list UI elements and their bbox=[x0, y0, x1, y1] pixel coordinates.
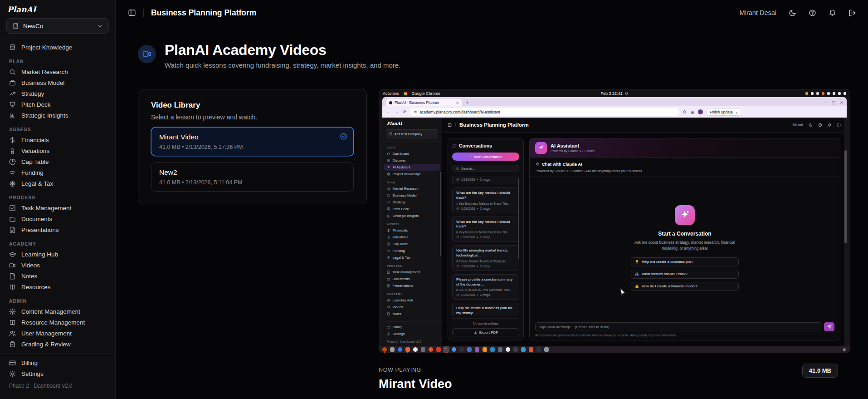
dock-icon-glyph bbox=[506, 347, 510, 352]
video-list-item-new2[interactable]: New241.0 MB • 2/13/2026, 5:11:04 PM bbox=[151, 163, 354, 192]
sidebar-item-content-management[interactable]: Content Management bbox=[0, 306, 115, 317]
sidebar-item-user-management[interactable]: User Management bbox=[0, 328, 115, 339]
dock-icon-glyph bbox=[529, 347, 533, 352]
trend-icon bbox=[9, 90, 16, 97]
tray-icon bbox=[833, 92, 835, 95]
new-tab-icon: + bbox=[466, 100, 468, 106]
conversation-item: 1/28/2026•2 msgs bbox=[452, 176, 519, 184]
dot-separator: • bbox=[477, 265, 478, 268]
header-divider bbox=[143, 9, 144, 17]
robot-icon bbox=[536, 162, 540, 166]
running-indicator bbox=[531, 352, 532, 353]
dock-app-icon bbox=[436, 347, 441, 352]
dock-app-icon bbox=[498, 347, 502, 352]
sidebar-item-label: Documents bbox=[21, 216, 52, 222]
conversation-date: 1/26/2026 bbox=[461, 293, 475, 296]
sidebar-item-label: Settings bbox=[393, 332, 405, 336]
sidebar-item-business-model[interactable]: Business Model bbox=[0, 77, 115, 88]
conversation-title: What are the key metrics I should track? bbox=[456, 220, 515, 230]
sidebar-item-label: AI Assistant bbox=[393, 165, 410, 169]
sidebar-item-learning-hub[interactable]: Learning Hub bbox=[0, 249, 115, 260]
embedded-app: PlanAI API Test Company COREDashboardDis… bbox=[382, 118, 847, 346]
compass-icon bbox=[387, 159, 390, 163]
embedded-sidebar-item-strategic-insights: Strategic Insights bbox=[382, 212, 442, 219]
url-text: academy.planaipro.com/dashboard/ai-assis… bbox=[419, 110, 500, 114]
app-root: PlanAI NewCo Project KnowledgePLANMarket… bbox=[0, 0, 868, 399]
ai-assistant-panel: AI Assistant Powered by Claude 3.7 Sonne… bbox=[529, 138, 840, 340]
sidebar-item-cap-table[interactable]: Cap Table bbox=[0, 156, 115, 167]
embedded-nav-section-label: PLAN bbox=[387, 181, 442, 184]
company-selector[interactable]: NewCo bbox=[6, 18, 109, 34]
sidebar-item-label: Presentations bbox=[21, 227, 59, 233]
activities-label: Activities bbox=[383, 91, 399, 96]
suggestion-how-do-i-create-a-financial-model: How do I create a financial model? bbox=[631, 282, 739, 291]
sidebar-item-resource-management[interactable]: Resource Management bbox=[0, 317, 115, 328]
chevron-down-icon bbox=[432, 133, 435, 135]
sidebar-item-task-management[interactable]: Task Management bbox=[0, 202, 115, 213]
conversation-meta: 1/28/2026•2 msgs bbox=[456, 178, 515, 181]
embedded-sidebar-item-market-research: Market Research bbox=[382, 185, 442, 192]
sidebar-item-funding[interactable]: Funding bbox=[0, 167, 115, 178]
dock-icon-glyph bbox=[513, 347, 518, 352]
dock-app-icon bbox=[483, 347, 487, 352]
insights-icon bbox=[9, 112, 16, 119]
gradcap-icon bbox=[9, 251, 16, 258]
close-icon: ✕ bbox=[840, 100, 843, 105]
dock-icon-glyph bbox=[498, 347, 502, 352]
embedded-sidebar-item-funding: Funding bbox=[382, 247, 442, 254]
sidebar-toggle-icon[interactable] bbox=[128, 9, 136, 17]
dock-icon-glyph bbox=[475, 347, 479, 352]
sidebar-item-label: Presentations bbox=[393, 284, 414, 288]
sidebar-item-resources[interactable]: Resources bbox=[0, 281, 115, 292]
sidebar-item-label: Financials bbox=[393, 228, 408, 232]
clock-icon bbox=[456, 178, 459, 181]
sidebar-item-presentations[interactable]: Presentations bbox=[0, 224, 115, 235]
sidebar-item-legal-tax[interactable]: Legal & Tax bbox=[0, 178, 115, 189]
now-playing-section: NOW PLAYING Mirant Video 41.0 MB bbox=[379, 367, 850, 391]
video-player[interactable]: Activities Google Chrome Feb 3 22:41 bbox=[379, 89, 850, 353]
sidebar-item-financials[interactable]: Financials bbox=[0, 134, 115, 145]
award-icon bbox=[387, 236, 390, 239]
help-icon[interactable] bbox=[809, 9, 816, 17]
bell-icon[interactable] bbox=[829, 9, 836, 17]
sidebar-item-pitch-deck[interactable]: Pitch Deck bbox=[0, 99, 115, 110]
conversation-item: Please provide a concise summary of the … bbox=[452, 274, 519, 300]
sidebar-item-market-research[interactable]: Market Research bbox=[0, 66, 115, 77]
sidebar-item-videos[interactable]: Videos bbox=[0, 260, 115, 271]
sidebar-item-strategic-insights[interactable]: Strategic Insights bbox=[0, 110, 115, 121]
video-list-item-mirant-video[interactable]: Mirant Video41.0 MB • 2/13/2026, 5:17:36… bbox=[151, 127, 354, 156]
embedded-sidebar-item-cap-table: Cap Table bbox=[382, 241, 442, 247]
dock-icon-glyph bbox=[521, 347, 526, 352]
sidebar-item-label: Task Management bbox=[393, 270, 420, 274]
moon-icon[interactable] bbox=[789, 9, 796, 17]
building-icon bbox=[389, 132, 393, 136]
sidebar-item-valuations[interactable]: Valuations bbox=[0, 145, 115, 156]
now-playing-title: Mirant Video bbox=[379, 377, 850, 391]
sidebar-item-settings[interactable]: Settings bbox=[0, 368, 115, 379]
sidebar-item-label: Grading & Review bbox=[21, 341, 71, 348]
doc-icon bbox=[387, 284, 390, 288]
note-icon bbox=[9, 273, 16, 280]
sidebar-item-billing[interactable]: Billing bbox=[0, 357, 115, 368]
user-name[interactable]: Mirant Desai bbox=[740, 9, 776, 16]
ai-assistant-title: AI Assistant bbox=[551, 143, 595, 148]
sidebar-item-strategy[interactable]: Strategy bbox=[0, 88, 115, 99]
embedded-sidebar-item-task-management: Task Management bbox=[382, 269, 442, 276]
conversation-title: Please provide a concise summary of the … bbox=[456, 277, 515, 287]
sidebar-item-grading-review[interactable]: Grading & Review bbox=[0, 339, 115, 350]
book-icon bbox=[9, 319, 16, 326]
logout-icon[interactable] bbox=[848, 9, 856, 17]
sidebar-item-label: Videos bbox=[21, 262, 40, 269]
minimize-icon: — bbox=[823, 100, 827, 105]
conversation-title: Identify emerging market trends, technol… bbox=[456, 248, 515, 258]
sidebar-item-project-knowledge[interactable]: Project Knowledge bbox=[0, 42, 115, 53]
sidebar-item-notes[interactable]: Notes bbox=[0, 271, 115, 281]
tab-favicon bbox=[389, 101, 392, 104]
briefcase-icon bbox=[387, 194, 390, 197]
conversation-meta: 1/28/2026•2 msgs bbox=[456, 236, 515, 239]
sidebar-item-documents[interactable]: Documents bbox=[0, 213, 115, 224]
conversation-msgs: 2 msgs bbox=[480, 265, 490, 268]
reload-icon: ⟳ bbox=[403, 109, 406, 114]
conversations-count: 14 conversations bbox=[452, 321, 519, 325]
clipboard-icon bbox=[9, 341, 16, 348]
